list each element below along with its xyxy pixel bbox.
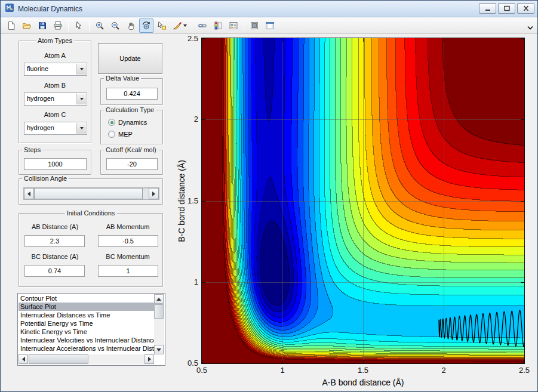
close-button[interactable] bbox=[517, 3, 534, 14]
y-tick-label: 0.5 bbox=[179, 359, 198, 368]
atom-c-value: hydrogen bbox=[27, 124, 54, 131]
steps-title: Steps bbox=[22, 146, 42, 153]
steps-panel: Steps bbox=[19, 150, 91, 175]
slider-left-arrow-icon[interactable] bbox=[24, 188, 34, 199]
atom-a-dropdown[interactable]: fluorine bbox=[24, 63, 87, 76]
vertical-scroll-thumb[interactable] bbox=[154, 304, 164, 319]
scroll-up-icon[interactable] bbox=[154, 294, 164, 304]
y-tick-label: 2 bbox=[179, 115, 198, 124]
calculation-type-panel: Calculation Type Dynamics MEP bbox=[100, 110, 163, 144]
y-tick-label: 1 bbox=[179, 277, 198, 286]
toolbar bbox=[1, 17, 537, 34]
atom-b-label: Atom B bbox=[19, 82, 91, 89]
brush-icon[interactable] bbox=[170, 18, 189, 33]
app-icon bbox=[5, 3, 14, 15]
bc-momentum-label: BC Momentum bbox=[92, 253, 164, 260]
title-bar[interactable]: Molecular Dynamics bbox=[1, 1, 537, 17]
open-file-icon[interactable] bbox=[20, 18, 34, 33]
plot-type-listbox: Contour Plot Surface Plot Internuclear D… bbox=[17, 293, 165, 366]
atom-b-value: hydrogen bbox=[27, 95, 54, 102]
ab-distance-label: AB Distance (A) bbox=[19, 223, 91, 230]
show-plot-tools-icon[interactable] bbox=[263, 18, 277, 33]
toolbar-separator bbox=[89, 20, 90, 32]
collision-angle-slider[interactable] bbox=[23, 187, 159, 200]
window-title: Molecular Dynamics bbox=[18, 5, 82, 13]
link-plot-icon[interactable] bbox=[195, 18, 210, 33]
update-button[interactable]: Update bbox=[98, 43, 162, 74]
app-window: Molecular Dynamics Atom Types Atom A bbox=[0, 0, 538, 392]
scroll-down-icon[interactable] bbox=[154, 345, 164, 354]
dynamics-radio-label: Dynamics bbox=[118, 119, 147, 126]
atom-c-dropdown[interactable]: hydrogen bbox=[24, 122, 87, 135]
delta-value-panel: Delta Value bbox=[100, 78, 163, 105]
rotate-3d-icon[interactable] bbox=[139, 18, 153, 33]
atom-b-dropdown[interactable]: hydrogen bbox=[24, 92, 87, 106]
bc-distance-field[interactable] bbox=[24, 265, 85, 277]
horizontal-scrollbar[interactable] bbox=[19, 354, 154, 365]
bc-distance-label: BC Distance (A) bbox=[19, 253, 91, 260]
steps-field[interactable] bbox=[24, 158, 87, 170]
print-figure-icon[interactable] bbox=[51, 18, 65, 33]
atom-types-panel: Atom Types Atom A fluorine Atom B hydrog… bbox=[19, 41, 91, 143]
scroll-left-icon[interactable] bbox=[19, 354, 28, 364]
vertical-scrollbar[interactable] bbox=[154, 294, 164, 354]
ab-momentum-field[interactable] bbox=[98, 235, 158, 247]
cutoff-panel: Cutoff (Kcal/ mol) bbox=[100, 150, 163, 175]
slider-right-arrow-icon[interactable] bbox=[149, 188, 159, 199]
insert-legend-icon[interactable] bbox=[226, 18, 241, 33]
list-item-selected[interactable]: Surface Plot bbox=[19, 303, 154, 311]
x-tick-label: 1.5 bbox=[351, 366, 375, 375]
delta-value-field[interactable] bbox=[106, 88, 158, 100]
radio-unselected-icon[interactable] bbox=[108, 131, 115, 138]
mep-radio[interactable]: MEP bbox=[108, 131, 133, 138]
minimize-button[interactable] bbox=[479, 3, 496, 14]
y-tick-label: 2.5 bbox=[179, 34, 198, 43]
data-cursor-icon[interactable] bbox=[155, 18, 169, 33]
initial-conditions-title: Initial Conditions bbox=[65, 209, 117, 217]
x-axis-label: A-B bond distance (Å) bbox=[202, 378, 524, 387]
atom-a-dropdown-arrow-icon[interactable] bbox=[76, 64, 86, 75]
bc-momentum-field[interactable] bbox=[98, 265, 158, 277]
radio-selected-icon[interactable] bbox=[108, 119, 115, 126]
edit-plot-icon[interactable] bbox=[72, 18, 86, 33]
list-item[interactable]: Kinetic Energy vs Time bbox=[19, 328, 154, 336]
dynamics-radio[interactable]: Dynamics bbox=[108, 119, 147, 126]
list-item[interactable]: Internuclear Velocities vs Internuclear … bbox=[19, 336, 154, 344]
insert-colorbar-icon[interactable] bbox=[211, 18, 225, 33]
new-figure-icon[interactable] bbox=[4, 18, 19, 33]
cutoff-title: Cutoff (Kcal/ mol) bbox=[104, 146, 158, 153]
list-item[interactable]: Internuclear Distances vs Time bbox=[19, 311, 154, 319]
collision-angle-panel: Collision Angle bbox=[19, 178, 163, 205]
slider-thumb[interactable] bbox=[34, 188, 143, 199]
toolbar-overflow-icon[interactable] bbox=[527, 22, 533, 33]
atom-c-label: Atom C bbox=[19, 111, 91, 118]
atom-b-dropdown-arrow-icon[interactable] bbox=[76, 94, 86, 104]
atom-c-dropdown-arrow-icon[interactable] bbox=[76, 123, 86, 134]
mep-radio-label: MEP bbox=[118, 131, 133, 138]
restore-button[interactable] bbox=[498, 3, 515, 14]
initial-conditions-panel: Initial Conditions AB Distance (A) AB Mo… bbox=[19, 213, 163, 287]
horizontal-scroll-thumb[interactable] bbox=[29, 354, 88, 364]
scroll-right-icon[interactable] bbox=[145, 354, 154, 364]
list-item[interactable]: Potential Energy vs Time bbox=[19, 319, 154, 328]
save-figure-icon[interactable] bbox=[35, 18, 50, 33]
x-tick-label: 1 bbox=[270, 366, 294, 375]
window-controls bbox=[479, 3, 534, 14]
ab-momentum-label: AB Momentum bbox=[92, 223, 164, 230]
ab-distance-field[interactable] bbox=[24, 235, 85, 247]
calculation-type-title: Calculation Type bbox=[104, 106, 156, 113]
pan-icon[interactable] bbox=[124, 18, 138, 33]
brush-dropdown-caret-icon[interactable] bbox=[183, 24, 187, 27]
zoom-out-icon[interactable] bbox=[108, 18, 122, 33]
pes-plot-canvas[interactable] bbox=[202, 38, 524, 363]
cutoff-field[interactable] bbox=[106, 158, 158, 170]
y-axis-label: B-C bond distance (Å) bbox=[177, 160, 186, 242]
atom-a-label: Atom A bbox=[19, 52, 91, 59]
x-tick-label: 2 bbox=[432, 366, 456, 375]
list-item[interactable]: Contour Plot bbox=[19, 294, 154, 303]
hide-plot-tools-icon[interactable] bbox=[247, 18, 262, 33]
atom-types-title: Atom Types bbox=[36, 37, 74, 44]
zoom-in-icon[interactable] bbox=[93, 18, 107, 33]
list-item[interactable]: Internuclear Accelerations vs Internucle… bbox=[19, 344, 154, 353]
collision-angle-title: Collision Angle bbox=[22, 175, 69, 182]
